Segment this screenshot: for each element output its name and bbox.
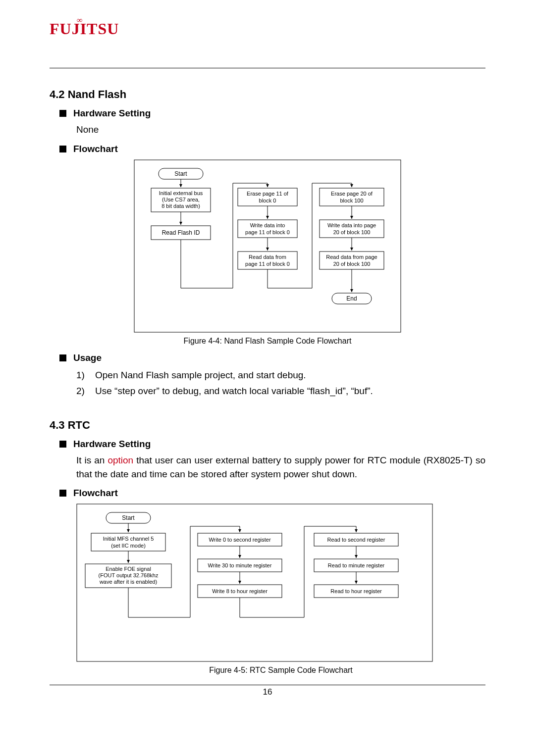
figure-44-wrap: Start Initial external bus (Use CS7 area… [50, 159, 485, 346]
flowchart-42: Flowchart [59, 144, 485, 154]
svg-text:wave after it is enabled): wave after it is enabled) [99, 579, 157, 585]
square-bullet-icon [59, 110, 66, 117]
svg-text:(FOUT output 32.768khz: (FOUT output 32.768khz [99, 572, 159, 578]
flowchart-rtc: Start Initial MFS channel 5 (set IIC mod… [76, 504, 433, 662]
page-content: FUJITSU ∞ 4.2 Nand Flash Hardware Settin… [0, 0, 535, 697]
header-rule [50, 68, 485, 68]
svg-text:Read Flash ID: Read Flash ID [162, 229, 200, 236]
list-number: 2) [76, 383, 90, 399]
svg-text:Start: Start [174, 170, 187, 177]
svg-text:Read data from page: Read data from page [326, 254, 377, 260]
list-item: 1)Open Nand Flash sample project, and st… [76, 367, 485, 383]
svg-text:Write data into page: Write data into page [327, 222, 376, 228]
svg-text:block 100: block 100 [340, 198, 363, 203]
svg-text:20 of block 100: 20 of block 100 [333, 261, 371, 267]
svg-text:Initial MFS channel 5: Initial MFS channel 5 [103, 536, 154, 542]
hw-text-post: that user can user external battery to s… [76, 455, 485, 479]
logo: FUJITSU ∞ [50, 20, 485, 38]
svg-text:Write 30 to minute register: Write 30 to minute register [208, 562, 272, 568]
usage-42: Usage [59, 353, 485, 363]
figure-45-caption: Figure 4-5: RTC Sample Code Flowchart [76, 666, 485, 675]
list-text: Open Nand Flash sample project, and star… [95, 367, 306, 383]
svg-text:20 of block 100: 20 of block 100 [333, 229, 371, 235]
hw-text-pre: It is an [76, 455, 107, 465]
svg-text:(set IIC mode): (set IIC mode) [111, 543, 146, 549]
svg-text:Initial external bus: Initial external bus [159, 190, 203, 196]
square-bullet-icon [59, 490, 66, 497]
hw-text-option: option [107, 455, 133, 465]
svg-text:Write data into: Write data into [250, 222, 285, 228]
usage-label-42: Usage [73, 353, 102, 363]
heading-42: 4.2 Nand Flash [50, 88, 485, 101]
svg-text:End: End [346, 295, 357, 302]
infinity-icon: ∞ [77, 16, 83, 25]
svg-text:Erase page 11 of: Erase page 11 of [247, 191, 289, 197]
square-bullet-icon [59, 441, 66, 448]
square-bullet-icon [59, 354, 66, 361]
svg-text:Erase page 20 of: Erase page 20 of [331, 191, 373, 197]
hw-value-42: None [76, 123, 485, 137]
svg-text:Start: Start [122, 514, 135, 521]
svg-text:(Use CS7 area,: (Use CS7 area, [162, 197, 200, 202]
usage-list: 1)Open Nand Flash sample project, and st… [76, 367, 485, 400]
svg-text:8 bit data width): 8 bit data width) [161, 203, 200, 209]
hw-text-43: It is an option that user can user exter… [76, 454, 485, 481]
svg-text:block 0: block 0 [259, 198, 276, 203]
flowchart-43: Flowchart [59, 488, 485, 499]
flow-label-43: Flowchart [73, 488, 118, 498]
svg-text:Read to minute register: Read to minute register [328, 562, 385, 568]
page-number: 16 [50, 687, 485, 697]
square-bullet-icon [59, 146, 66, 152]
logo-label: FUJITSU [50, 20, 119, 38]
hw-setting-43: Hardware Setting [59, 439, 485, 450]
list-text: Use “step over” to debug, and watch loca… [95, 383, 373, 399]
heading-43: 4.3 RTC [50, 419, 485, 432]
hw-label-43: Hardware Setting [73, 439, 151, 449]
svg-text:Write 8 to hour register: Write 8 to hour register [212, 588, 268, 594]
svg-text:Read to hour register: Read to hour register [330, 588, 382, 594]
svg-text:Read data from: Read data from [249, 254, 286, 260]
figure-45-wrap: Start Initial MFS channel 5 (set IIC mod… [76, 504, 485, 675]
svg-text:Enable FOE signal: Enable FOE signal [106, 566, 151, 572]
hw-setting-42: Hardware Setting [59, 108, 485, 119]
footer-rule [50, 685, 485, 685]
hw-label-42: Hardware Setting [73, 108, 151, 118]
svg-text:page 11 of block 0: page 11 of block 0 [245, 261, 290, 267]
list-item: 2)Use “step over” to debug, and watch lo… [76, 383, 485, 399]
flow-label-42: Flowchart [73, 144, 118, 154]
svg-text:Write 0 to second register: Write 0 to second register [209, 537, 270, 543]
list-number: 1) [76, 367, 90, 383]
svg-text:page 11 of block 0: page 11 of block 0 [245, 229, 290, 235]
logo-text: FUJITSU ∞ [50, 20, 119, 38]
flowchart-nand: Start Initial external bus (Use CS7 area… [134, 159, 401, 333]
svg-text:Read to second register: Read to second register [327, 537, 385, 543]
figure-44-caption: Figure 4-4: Nand Flash Sample Code Flowc… [50, 337, 485, 346]
